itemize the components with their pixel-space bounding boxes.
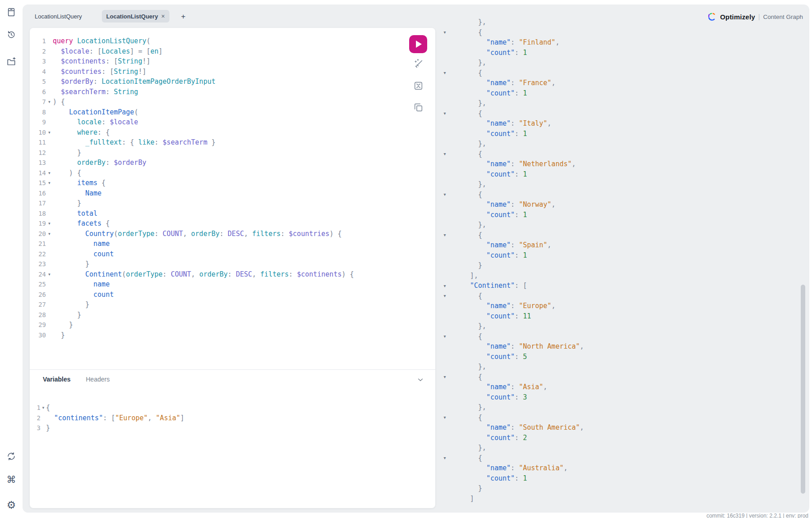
code-line: }, — [439, 220, 809, 230]
code-line: 16 Name — [35, 188, 401, 199]
code-text: "name": "Norway", — [450, 200, 556, 210]
fold-arrow-icon[interactable]: ▾ — [439, 374, 450, 379]
fold-arrow-icon[interactable]: ▾ — [41, 405, 46, 410]
line-number: 21 — [35, 240, 46, 247]
code-line: 18 total — [35, 209, 401, 219]
vertical-scrollbar[interactable] — [801, 285, 805, 494]
fold-arrow-icon[interactable]: ▾ — [46, 232, 53, 236]
code-line: 7▾) { — [35, 97, 401, 107]
code-text: }, — [450, 98, 486, 109]
code-text: }, — [450, 443, 486, 453]
code-text: }, — [450, 220, 486, 230]
folder-add-icon[interactable] — [6, 57, 16, 67]
settings-gear-icon[interactable]: ⚙ — [6, 500, 16, 510]
prettify-icon[interactable] — [413, 59, 424, 70]
code-text: "count": 1 — [450, 169, 527, 180]
code-line: 22 count — [35, 249, 401, 259]
line-number: 2 — [35, 48, 46, 55]
line-number: 3 — [33, 424, 41, 432]
code-text: "name": "Italy", — [450, 118, 552, 129]
code-line: 29 } — [35, 320, 401, 330]
code-line: }, — [439, 179, 809, 190]
fold-arrow-icon[interactable]: ▾ — [439, 334, 450, 339]
code-line: "count": 3 — [439, 392, 809, 403]
query-editor[interactable]: 1query LocationListQuery(2 $locale: [Loc… — [35, 36, 401, 340]
line-number: 7 — [35, 98, 46, 105]
line-number: 6 — [35, 88, 46, 95]
code-text: _fulltext: { like: $searchTerm } — [53, 137, 215, 148]
keyboard-shortcuts-icon[interactable]: ⌘ — [6, 475, 16, 485]
code-line: ▾ { — [439, 372, 809, 382]
code-text: query LocationListQuery( — [53, 36, 151, 46]
code-text: }, — [450, 362, 486, 372]
line-number: 17 — [35, 200, 46, 207]
code-line: "name": "Asia", — [439, 382, 809, 392]
code-text: "name": "Spain", — [450, 240, 552, 250]
fold-arrow-icon[interactable]: ▾ — [46, 171, 53, 175]
docs-icon[interactable] — [6, 7, 16, 17]
fold-arrow-icon[interactable]: ▾ — [46, 130, 53, 135]
code-line: "name": "North America", — [439, 341, 809, 352]
tab-locationlistquery-inactive[interactable]: LocationListQuery — [35, 13, 82, 20]
code-line: ▾"Continent": [ — [439, 281, 809, 291]
add-tab-button[interactable]: + — [181, 13, 186, 20]
history-icon[interactable] — [6, 30, 16, 40]
copy-icon[interactable] — [413, 102, 424, 113]
code-text: name — [53, 279, 109, 290]
code-line: ] — [439, 494, 809, 504]
code-line: 5 $orderBy: LocationItemPageOrderByInput — [35, 77, 401, 87]
code-text: } — [53, 320, 73, 330]
line-number: 2 — [33, 414, 41, 422]
fold-arrow-icon[interactable]: ▾ — [439, 192, 450, 197]
fold-arrow-icon[interactable]: ▾ — [46, 100, 53, 104]
code-line: "count": 1 — [439, 129, 809, 139]
code-text: total — [53, 209, 97, 219]
code-text: $orderBy: LocationItemPageOrderByInput — [53, 77, 215, 87]
code-text: "count": 1 — [450, 210, 527, 220]
fold-arrow-icon[interactable]: ▾ — [439, 30, 450, 35]
tab-variables[interactable]: Variables — [43, 376, 71, 383]
fold-arrow-icon[interactable]: ▾ — [46, 181, 53, 185]
code-text: count — [53, 290, 114, 300]
execute-query-button[interactable] — [409, 35, 427, 53]
code-text: } — [53, 198, 81, 209]
code-line: "count": 1 — [439, 88, 809, 99]
fold-arrow-icon[interactable]: ▾ — [439, 111, 450, 116]
main-panel: LocationListQuery LocationListQuery × + … — [23, 5, 809, 513]
close-tab-icon[interactable]: × — [161, 13, 165, 19]
fold-arrow-icon[interactable]: ▾ — [439, 283, 450, 288]
fold-arrow-icon[interactable]: ▾ — [46, 221, 53, 226]
code-line: 1query LocationListQuery( — [35, 36, 401, 46]
fold-arrow-icon[interactable]: ▾ — [439, 293, 450, 298]
code-text: } — [46, 423, 50, 433]
editor-card: 1query LocationListQuery(2 $locale: [Loc… — [30, 28, 435, 508]
fold-arrow-icon[interactable]: ▾ — [439, 415, 450, 420]
fold-arrow-icon[interactable]: ▾ — [46, 272, 53, 277]
code-line: "count": 1 — [439, 210, 809, 220]
fold-arrow-icon[interactable]: ▾ — [439, 70, 450, 75]
code-text: ], — [450, 271, 478, 281]
chevron-down-icon[interactable] — [416, 376, 424, 384]
fold-arrow-icon[interactable]: ▾ — [439, 151, 450, 156]
code-text: LocationItemPage( — [53, 107, 138, 118]
code-text: { — [450, 372, 482, 382]
fold-arrow-icon[interactable]: ▾ — [439, 232, 450, 237]
merge-fragments-icon[interactable] — [413, 80, 424, 91]
code-line: "name": "Spain", — [439, 240, 809, 250]
code-text: { — [450, 291, 482, 301]
variables-editor[interactable]: 1▾{2 "continents": ["Europe", "Asia"]3} — [33, 403, 417, 433]
section-divider — [30, 369, 435, 370]
code-line: "count": 1 — [439, 169, 809, 180]
code-text: } — [450, 260, 482, 271]
code-line: "name": "France", — [439, 78, 809, 88]
tab-locationlistquery-active[interactable]: LocationListQuery × — [102, 10, 169, 23]
code-line: "name": "South America", — [439, 423, 809, 433]
code-text: ) { — [53, 97, 65, 107]
refetch-schema-icon[interactable] — [6, 451, 16, 461]
code-text: Continent(orderType: COUNT, orderBy: DES… — [53, 269, 354, 280]
fold-arrow-icon[interactable]: ▾ — [439, 455, 450, 460]
tab-headers[interactable]: Headers — [86, 376, 110, 383]
code-text: "name": "Finland", — [450, 37, 560, 48]
code-line: 8 LocationItemPage( — [35, 107, 401, 118]
play-icon — [416, 41, 422, 48]
